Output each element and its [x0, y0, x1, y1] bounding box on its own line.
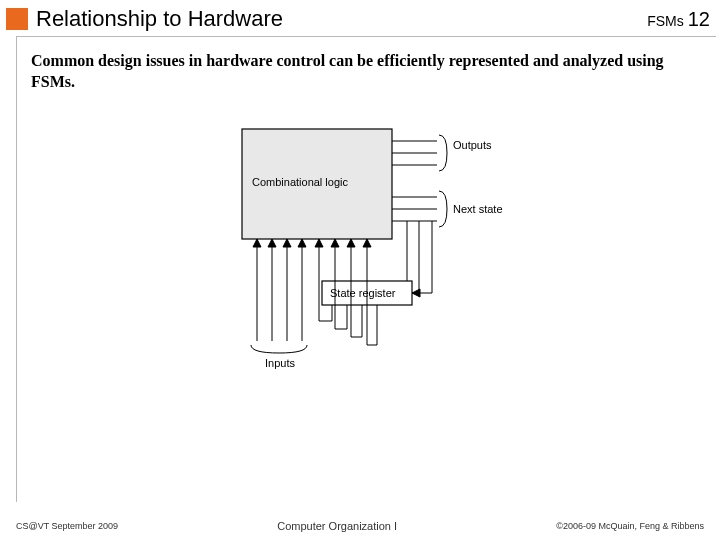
outputs-label: Outputs: [453, 139, 492, 151]
svg-marker-25: [331, 239, 339, 247]
svg-marker-9: [268, 239, 276, 247]
svg-marker-33: [363, 239, 371, 247]
page-number: 12: [688, 8, 710, 31]
accent-block: [6, 8, 28, 30]
footer-right: ©2006-09 McQuain, Feng & Ribbens: [556, 521, 704, 531]
header-bar: Relationship to Hardware FSMs 12: [0, 0, 720, 34]
svg-marker-7: [253, 239, 261, 247]
inputs-label: Inputs: [265, 357, 295, 369]
body-text: Common design issues in hardware control…: [17, 37, 716, 101]
state-register-label: State register: [330, 287, 396, 299]
header-meta: FSMs 12: [647, 8, 710, 31]
content-frame: Common design issues in hardware control…: [16, 36, 716, 502]
svg-marker-13: [298, 239, 306, 247]
svg-marker-29: [347, 239, 355, 247]
fsm-diagram: Combinational logic Outputs Next state I…: [207, 111, 527, 371]
footer-left: CS@VT September 2009: [16, 521, 118, 531]
page-title: Relationship to Hardware: [36, 6, 647, 32]
footer: CS@VT September 2009 Computer Organizati…: [0, 520, 720, 532]
footer-center: Computer Organization I: [277, 520, 397, 532]
header-tag: FSMs: [647, 13, 684, 29]
diagram-container: Combinational logic Outputs Next state I…: [17, 111, 716, 371]
svg-marker-21: [315, 239, 323, 247]
comb-logic-label: Combinational logic: [252, 176, 348, 188]
next-state-label: Next state: [453, 203, 503, 215]
svg-marker-11: [283, 239, 291, 247]
